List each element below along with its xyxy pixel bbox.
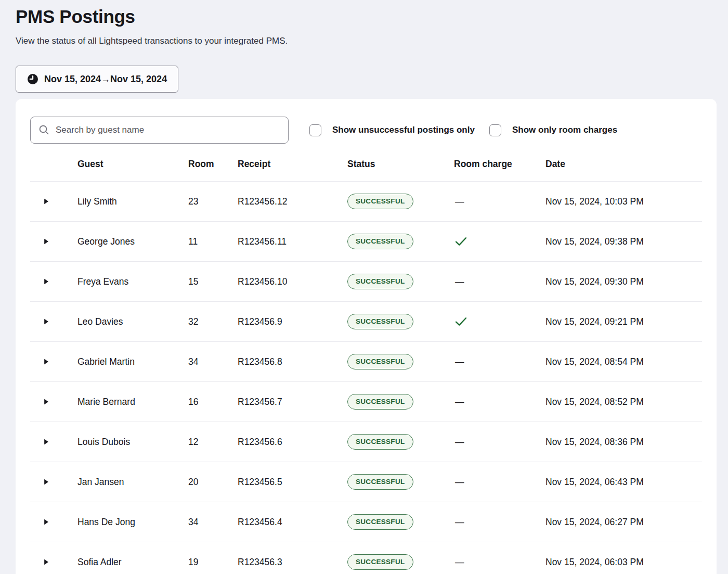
posting-date: Nov 15, 2024, 06:27 PM (545, 517, 702, 528)
expand-row-button[interactable] (42, 397, 51, 407)
receipt-number: R123456.4 (238, 517, 347, 528)
filters-bar: Show unsuccessful postings only Show onl… (30, 117, 702, 144)
caret-right-icon (44, 198, 49, 205)
guest-name: Gabriel Martin (77, 356, 188, 367)
page-title: PMS Postings (16, 6, 717, 27)
status-badge: SUCCESSFUL (347, 394, 413, 410)
posting-date: Nov 15, 2024, 08:36 PM (545, 437, 702, 448)
checkbox-room-charges-icon[interactable] (489, 124, 501, 136)
filter-unsuccessful-only[interactable]: Show unsuccessful postings only (309, 124, 475, 136)
expand-row-button[interactable] (42, 517, 51, 527)
receipt-number: R123456.3 (238, 557, 347, 568)
posting-date: Nov 15, 2024, 08:54 PM (545, 356, 702, 367)
room-charge-cell: — (454, 356, 545, 367)
filter-unsuccessful-label: Show unsuccessful postings only (332, 125, 475, 135)
no-room-charge-dash: — (455, 437, 464, 448)
guest-name: Marie Bernard (77, 397, 188, 407)
expand-row-button[interactable] (42, 196, 51, 207)
receipt-number: R123456.9 (238, 316, 347, 327)
posting-date: Nov 15, 2024, 08:52 PM (545, 397, 702, 407)
clock-icon (27, 73, 38, 85)
search-box[interactable] (30, 117, 289, 144)
guest-name: Louis Dubois (77, 437, 188, 448)
posting-date: Nov 15, 2024, 06:43 PM (545, 477, 702, 488)
receipt-number: R123456.8 (238, 356, 347, 367)
room-number: 34 (188, 517, 238, 528)
table-row: Sofia Adler19R123456.3SUCCESSFUL—Nov 15,… (30, 542, 702, 574)
room-charge-cell: — (454, 276, 545, 287)
no-room-charge-dash: — (455, 517, 464, 528)
checkmark-icon (455, 237, 467, 246)
table-row: Jan Jansen20R123456.5SUCCESSFUL—Nov 15, … (30, 462, 702, 502)
status-badge: SUCCESSFUL (347, 474, 413, 490)
room-number: 20 (188, 477, 238, 488)
guest-name: George Jones (77, 236, 188, 247)
posting-date: Nov 15, 2024, 10:03 PM (545, 196, 702, 207)
status-badge: SUCCESSFUL (347, 314, 413, 330)
filter-room-charges-only[interactable]: Show only room charges (489, 124, 617, 136)
checkbox-unsuccessful-icon[interactable] (309, 124, 321, 136)
expand-row-button[interactable] (42, 316, 51, 327)
receipt-number: R123456.10 (238, 276, 347, 287)
expand-row-button[interactable] (42, 236, 51, 247)
table-row: Lily Smith23R123456.12SUCCESSFUL—Nov 15,… (30, 182, 702, 222)
guest-name: Sofia Adler (77, 557, 188, 568)
page-subtitle: View the status of all Lightspeed transa… (16, 36, 717, 46)
table-row: Leo Davies32R123456.9SUCCESSFULNov 15, 2… (30, 302, 702, 342)
header-status: Status (347, 159, 454, 170)
table-row: Gabriel Martin34R123456.8SUCCESSFUL—Nov … (30, 342, 702, 382)
room-charge-cell: — (454, 397, 545, 407)
guest-name: Freya Evans (77, 276, 188, 287)
caret-right-icon (44, 559, 49, 565)
date-range-label: Nov 15, 2024→Nov 15, 2024 (44, 74, 167, 85)
caret-right-icon (44, 318, 49, 325)
room-charge-cell: — (454, 477, 545, 488)
room-number: 15 (188, 276, 238, 287)
room-charge-cell: — (454, 437, 545, 448)
room-number: 19 (188, 557, 238, 568)
table-body: Lily Smith23R123456.12SUCCESSFUL—Nov 15,… (30, 182, 702, 574)
room-charge-cell: — (454, 196, 545, 207)
status-badge: SUCCESSFUL (347, 514, 413, 530)
receipt-number: R123456.5 (238, 477, 347, 488)
posting-date: Nov 15, 2024, 09:38 PM (545, 236, 702, 247)
status-badge: SUCCESSFUL (347, 354, 413, 370)
table-row: George Jones11R123456.11SUCCESSFULNov 15… (30, 222, 702, 262)
status-badge: SUCCESSFUL (347, 234, 413, 250)
room-number: 34 (188, 356, 238, 367)
expand-row-button[interactable] (42, 276, 51, 287)
room-charge-cell (454, 237, 545, 246)
status-badge: SUCCESSFUL (347, 434, 413, 450)
no-room-charge-dash: — (455, 397, 464, 407)
expand-row-button[interactable] (42, 437, 51, 447)
expand-row-button[interactable] (42, 477, 51, 487)
status-badge: SUCCESSFUL (347, 554, 413, 570)
no-room-charge-dash: — (455, 477, 464, 488)
table-row: Louis Dubois12R123456.6SUCCESSFUL—Nov 15… (30, 422, 702, 462)
header-room-charge: Room charge (454, 159, 545, 170)
room-number: 11 (188, 236, 238, 247)
expand-row-button[interactable] (42, 356, 51, 367)
header-guest: Guest (77, 159, 188, 170)
header-receipt: Receipt (238, 159, 347, 170)
posting-date: Nov 15, 2024, 06:03 PM (545, 557, 702, 568)
caret-right-icon (44, 359, 49, 365)
search-input[interactable] (30, 117, 289, 144)
expand-row-button[interactable] (42, 557, 51, 567)
header-room: Room (188, 159, 238, 170)
status-badge: SUCCESSFUL (347, 274, 413, 290)
receipt-number: R123456.7 (238, 397, 347, 407)
caret-right-icon (44, 238, 49, 245)
room-charge-cell: — (454, 517, 545, 528)
date-range-button[interactable]: Nov 15, 2024→Nov 15, 2024 (16, 66, 178, 93)
caret-right-icon (44, 479, 49, 485)
no-room-charge-dash: — (455, 276, 464, 287)
room-charge-cell (454, 317, 545, 326)
guest-name: Lily Smith (77, 196, 188, 207)
table-header: Guest Room Receipt Status Room charge Da… (30, 144, 702, 182)
no-room-charge-dash: — (455, 356, 464, 367)
receipt-number: R123456.12 (238, 196, 347, 207)
caret-right-icon (44, 439, 49, 445)
guest-name: Leo Davies (77, 316, 188, 327)
caret-right-icon (44, 519, 49, 525)
